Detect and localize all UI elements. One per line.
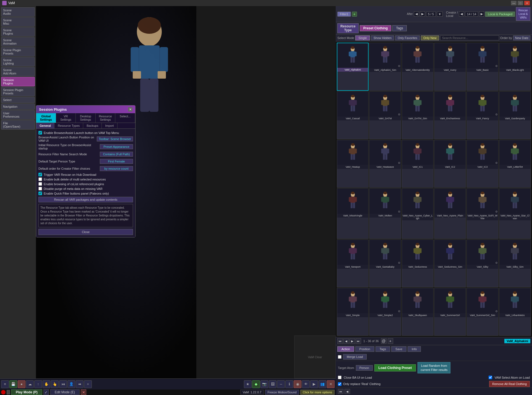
grid-item[interactable]: ⚙VaM_IC3 [466, 140, 498, 188]
tags-btn[interactable]: Tags [392, 25, 406, 31]
toolbar-play-btn[interactable]: ▶ [310, 380, 318, 388]
search-input[interactable] [440, 35, 499, 40]
creator-filter-value[interactable]: by resource count [100, 166, 133, 171]
grid-item[interactable]: VaM_AlternateIdentity [402, 43, 434, 91]
last-page-btn[interactable]: ⏭ [356, 338, 361, 344]
toolbar-red2-btn[interactable]: ◉ [294, 380, 301, 388]
toolbar-hand2-btn[interactable]: 👆 [51, 380, 59, 388]
grid-item[interactable]: ⚙VaM_SantaBaby [369, 239, 401, 287]
toolbar-screenshot-btn[interactable]: 🖼 [269, 380, 277, 388]
toolbar-person-btn[interactable]: 👤 [67, 380, 75, 388]
restore-btn[interactable]: □ [518, 1, 523, 5]
only-replace-checkbox[interactable] [338, 382, 341, 386]
first-page-btn[interactable]: ⏮ [337, 338, 343, 344]
single-mode-btn[interactable]: Single [355, 35, 370, 40]
scene-audio-btn[interactable]: SceneAudio [1, 7, 35, 17]
session-plugins-btn[interactable]: SessionPlugins [1, 77, 35, 86]
creator-prev[interactable]: ◀ [459, 11, 464, 17]
nav-prev-btn[interactable]: ◀ [345, 389, 350, 394]
grid-item[interactable]: ⚙VaM_Simple2 [369, 288, 401, 336]
resource-type-btn[interactable]: ResourceType [337, 23, 359, 33]
grid-item[interactable]: ⚙VaM_Molten [369, 188, 401, 239]
grid-item[interactable]: VaM_LittleFlirt [499, 140, 531, 188]
grid-item[interactable]: VaM_DATM_Sim [402, 91, 434, 139]
toolbar-hand-btn[interactable]: ✋ [43, 380, 50, 388]
grid-item[interactable]: VaM_IC2 [434, 140, 466, 188]
grid-item[interactable]: ⚙VaM_Fancy [466, 91, 498, 139]
grid-item[interactable]: VaM_Newport [337, 239, 369, 287]
grid-item[interactable]: VaM_UrbanMetro [499, 288, 531, 336]
disable-purge-checkbox[interactable] [38, 187, 42, 190]
merge-load-btn[interactable]: Merge Load [343, 354, 367, 360]
add-filter-btn[interactable]: + [352, 12, 357, 17]
grid-item[interactable]: VaM_Avery [434, 43, 466, 91]
more-options-btn[interactable]: Click for more options [300, 390, 335, 395]
grid-item[interactable]: ⚙VaM_Heatwave [369, 140, 401, 188]
grid-item[interactable]: VaM_Seductress_Sim [434, 239, 466, 287]
edit-mode-btn[interactable]: Edit Mode (E) [50, 389, 80, 395]
toolbar-star-btn[interactable]: ★ [244, 380, 252, 388]
grid-item[interactable]: VaM_Alphakini [337, 43, 369, 91]
grid-item[interactable]: VaM_Skullqueen [402, 288, 434, 336]
tab-global-settings[interactable]: GlobalSettings [36, 113, 56, 123]
nav-first-btn[interactable]: ⏮ [338, 389, 343, 394]
scene-plugins-btn[interactable]: ScenePlugins [1, 27, 35, 37]
grid-item[interactable]: VaM_Neo_Ayane_Cyber_Ligh [402, 188, 434, 239]
add-btn[interactable]: @ [381, 338, 387, 344]
grid-item[interactable]: VaM_Enchantress [434, 91, 466, 139]
default-target-value[interactable]: First Female [100, 159, 133, 164]
grid-item[interactable]: ⚙VaM_Neo_Ayane_SciFi_White [466, 188, 498, 239]
dialog-x-btn[interactable]: ✕ [128, 107, 132, 112]
toolbar-info-btn[interactable]: ℹ [285, 380, 293, 388]
grid-item[interactable]: VaM_Gardenparty [499, 91, 531, 139]
grid-item[interactable]: VaM_Silky_Sim [499, 239, 531, 287]
toolbar-person2-btn[interactable]: 👥 [319, 380, 326, 388]
enable-browserassist-checkbox[interactable] [38, 131, 42, 135]
power-btn[interactable] [1, 390, 6, 394]
close-btn[interactable]: ✕ [524, 1, 530, 5]
action-tab-tags[interactable]: Tags [375, 346, 390, 352]
navigation-btn[interactable]: Navigation [1, 104, 35, 110]
tab-resource-settings[interactable]: ResourceSettings [96, 113, 116, 123]
tab-select[interactable]: Select... [115, 113, 135, 123]
file-open-save-btn[interactable]: File(Open/Save) [1, 120, 35, 130]
only-new-btn[interactable]: Only New [421, 35, 439, 40]
grid-item[interactable]: ⚙VaM_Alphakini_Sim [369, 43, 401, 91]
freeze-btn[interactable]: Freeze Motion/Sound [265, 390, 299, 395]
grid-item[interactable]: VaM_Neo_Ayane_Plain [434, 188, 466, 239]
grid-item[interactable]: ⚙VaM_DATM [369, 91, 401, 139]
user-preferences-btn[interactable]: UserPreferences [1, 110, 35, 120]
grid-item[interactable]: VaM_Neo_Ayane_Star_Clean [499, 188, 531, 239]
trigger-var-rescan-checkbox[interactable] [38, 173, 42, 176]
toolbar-arrows-btn[interactable]: ↔ [277, 380, 285, 388]
grid-item[interactable]: VaM_Heatup [337, 140, 369, 188]
after-expand[interactable]: ▼ [437, 12, 443, 17]
next-page-btn[interactable]: ▶ [350, 338, 355, 344]
dialog-close-btn[interactable]: Close [38, 229, 133, 235]
action-tab-action[interactable]: Action [337, 346, 354, 352]
bulk-delete-checkbox[interactable] [38, 177, 42, 181]
grid-item[interactable]: VaM_BlackLight [499, 43, 531, 91]
subtab-backups[interactable]: Backups [83, 123, 102, 128]
load-random-btn[interactable]: Load Random fromcurrent Filter results [418, 362, 450, 373]
load-clothing-btn[interactable]: Load Clothing Preset [374, 364, 416, 371]
rescan-all-btn[interactable]: Rescan all VAR packages and update conte… [38, 197, 133, 202]
person-btn[interactable]: Person [356, 365, 373, 371]
toolbar-rewind-btn[interactable]: ⏮ [59, 380, 67, 388]
resource-filter-value[interactable]: Contains (Full Path) [100, 152, 133, 157]
grid-item[interactable]: VaM_MissKringle [337, 188, 369, 239]
show-hidden-btn[interactable]: Show Hidden [371, 35, 394, 40]
toolbar-upload-btn[interactable]: ↑ [34, 380, 42, 388]
toolbar-x-btn[interactable]: ✕ [327, 380, 335, 388]
toolbar-list-btn[interactable]: ≡ [1, 380, 9, 388]
subtab-import[interactable]: Import [102, 123, 117, 128]
subtab-resource-types[interactable]: Resource Types [54, 123, 83, 128]
order-value[interactable]: New Date [513, 35, 530, 40]
after-nav-next[interactable]: ▶ [420, 11, 425, 17]
rescan-local-vars-btn[interactable]: RescanLocal &VARs [516, 7, 530, 21]
select-atom-checkbox[interactable] [489, 376, 492, 379]
grid-item[interactable]: VaM_IC1 [402, 140, 434, 188]
scene-add-atom-btn[interactable]: SceneAdd Atom [1, 67, 35, 76]
initial-resource-type-value[interactable]: Preset Appearance [100, 144, 133, 149]
after-nav-prev[interactable]: ◀ [414, 11, 419, 17]
